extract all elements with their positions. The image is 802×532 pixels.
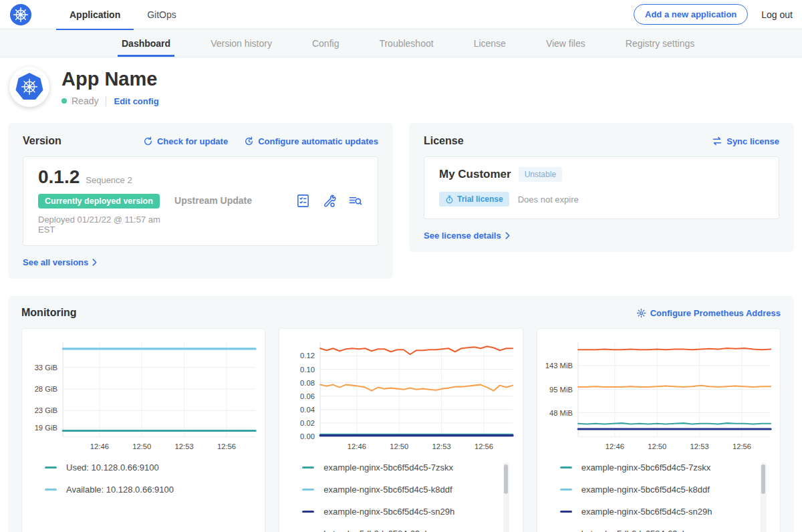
svg-text:95 MiB: 95 MiB [549,386,573,394]
view-diff-icon[interactable] [348,193,363,209]
legend-series-label: example-nginx-5bc6f5d4c5-k8ddf [323,485,452,495]
legend-series-swatch [302,489,314,491]
svg-text:33 GiB: 33 GiB [35,364,57,372]
svg-text:19 GiB: 19 GiB [35,424,57,432]
sub-nav-tab-registry-settings[interactable]: Registry settings [623,29,697,57]
legend-series-swatch [45,467,57,469]
chart-legend: example-nginx-5bc6f5d4c5-7zskxexample-ng… [560,462,768,532]
sub-nav-tab-dashboard[interactable]: Dashboard [119,29,173,57]
top-nav-tab-application[interactable]: Application [56,0,134,29]
legend-series-swatch [45,489,57,491]
svg-text:143 MiB: 143 MiB [545,362,572,370]
chart-plot-disk-usage: 12:4612:5012:5312:5619 GiB23 GiB28 GiB33… [27,337,259,454]
sync-license-link[interactable]: Sync license [712,136,779,146]
license-expiry-text: Does not expire [518,194,579,205]
configure-automatic-updates-link[interactable]: Configure automatic updates [244,136,378,146]
svg-text:12:56: 12:56 [217,442,236,450]
legend-series-swatch [302,467,314,469]
chart-card-cpu-usage: 12:4612:5012:5312:560.000.020.040.060.08… [279,328,523,532]
sync-arrows-icon [712,136,722,146]
legend-series-swatch [560,467,572,469]
status-divider [106,96,106,106]
logout-link[interactable]: Log out [761,9,793,20]
svg-text:0.08: 0.08 [300,379,315,387]
app-icon [9,67,49,107]
kubernetes-logo-icon[interactable] [9,3,32,26]
svg-text:0.04: 0.04 [300,406,315,414]
svg-text:12:50: 12:50 [132,442,151,450]
svg-text:12:50: 12:50 [390,442,409,450]
app-status-text: Ready [72,96,98,106]
version-card: Version Check for update [8,123,393,279]
svg-text:23 GiB: 23 GiB [35,406,57,414]
legend-series-swatch [560,511,572,513]
svg-text:12:56: 12:56 [732,442,751,450]
license-details-box: My Customer Unstable Trial license Does … [424,156,779,219]
legend-series-label: Used: 10.128.0.66:9100 [66,462,159,473]
legend-item: kotsadm-5db6dc6584-69qbz [302,529,497,532]
refresh-icon [143,136,153,146]
app-status-row: Ready Edit config [61,96,159,106]
legend-series-label: example-nginx-5bc6f5d4c5-7zskx [323,462,453,473]
legend-item: example-nginx-5bc6f5d4c5-sn29h [302,507,497,517]
legend-item: example-nginx-5bc6f5d4c5-7zskx [560,462,755,473]
svg-text:12:53: 12:53 [175,442,194,450]
svg-text:12:46: 12:46 [90,442,109,450]
legend-item: Available: 10.128.0.66:9100 [45,485,239,495]
svg-text:0.06: 0.06 [300,392,315,400]
chart-card-memory-usage: 12:4612:5012:5312:5648 MiB95 MiB143 MiBe… [537,328,781,532]
app-header: App Name Ready Edit config [0,57,802,118]
chart-legend: Used: 10.128.0.66:9100Available: 10.128.… [45,462,253,532]
legend-item: example-nginx-5bc6f5d4c5-sn29h [560,507,755,517]
deployed-timestamp: Deployed 01/21/22 @ 11:57 am EST [38,215,174,235]
legend-series-swatch [560,489,572,491]
svg-text:0.10: 0.10 [300,366,315,374]
sub-nav-tab-troubleshoot[interactable]: Troubleshoot [376,29,436,57]
svg-text:0.12: 0.12 [300,352,315,360]
monitoring-card: Monitoring Configure Prometheus Address … [8,296,794,532]
chevron-right-icon [505,232,510,239]
svg-text:12:46: 12:46 [605,442,624,450]
stopwatch-icon [445,195,454,204]
top-nav-tab-gitops[interactable]: GitOps [134,0,190,29]
legend-scrollbar[interactable] [503,462,509,532]
top-nav: ApplicationGitOps Add a new application … [0,0,802,29]
legend-item: example-nginx-5bc6f5d4c5-k8ddf [302,485,497,495]
edit-config-link[interactable]: Edit config [114,96,158,106]
sub-nav-tab-view-files[interactable]: View files [543,29,588,57]
configure-prometheus-link[interactable]: Configure Prometheus Address [636,308,781,318]
license-card-title: License [424,135,464,147]
sub-nav-tab-config[interactable]: Config [309,29,342,57]
legend-series-label: kotsadm-5db6dc6584-69qbz [323,529,434,532]
svg-text:12:56: 12:56 [475,442,493,450]
ready-status-dot-icon [61,98,67,104]
legend-scrollbar[interactable] [761,462,767,532]
chart-plot-memory-usage: 12:4612:5012:5312:5648 MiB95 MiB143 MiB [543,337,775,454]
app-sub-nav-tabs: DashboardVersion historyConfigTroublesho… [119,29,802,57]
preflight-checks-icon[interactable] [295,193,311,209]
svg-text:48 MiB: 48 MiB [549,409,573,417]
chart-plot-cpu-usage: 12:4612:5012:5312:560.000.020.040.060.08… [285,337,517,454]
version-card-title: Version [23,135,61,147]
app-sub-nav: DashboardVersion historyConfigTroublesho… [0,29,802,57]
gear-icon [636,308,646,318]
svg-text:12:53: 12:53 [690,442,708,450]
svg-text:0.02: 0.02 [300,419,315,427]
legend-scrollbar-thumb[interactable] [761,464,765,494]
chevron-right-icon [92,259,97,266]
svg-text:12:50: 12:50 [648,442,666,450]
chart-card-disk-usage: 12:4612:5012:5312:5619 GiB23 GiB28 GiB33… [21,328,265,532]
sub-nav-tab-version-history[interactable]: Version history [208,29,275,57]
see-all-versions-link[interactable]: See all versions [23,257,97,267]
trial-license-badge: Trial license [439,192,509,207]
edit-config-values-icon[interactable] [321,193,337,209]
legend-series-label: kotsadm-5db6dc6584-69qbz [581,529,692,532]
sub-nav-tab-license[interactable]: License [471,29,509,57]
legend-scrollbar-thumb[interactable] [504,464,508,494]
check-for-update-link[interactable]: Check for update [143,136,228,146]
add-application-button[interactable]: Add a new application [634,4,748,25]
clock-refresh-icon [244,136,254,146]
svg-text:12:46: 12:46 [348,442,366,450]
see-license-details-link[interactable]: See license details [424,231,510,241]
current-version-box: 0.1.2 Sequence 2 Currently deployed vers… [23,156,378,246]
